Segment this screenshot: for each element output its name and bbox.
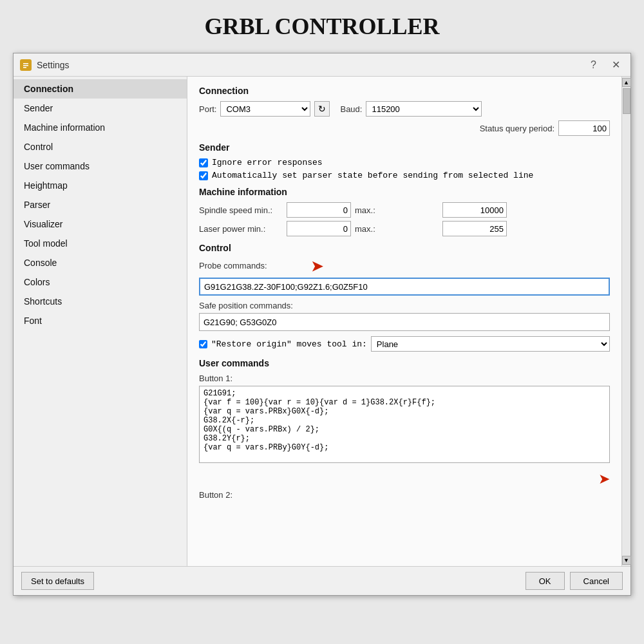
settings-window: Settings ? ✕ Connection Sender Machine i…: [13, 53, 631, 596]
svg-rect-2: [23, 65, 28, 66]
titlebar: Settings ? ✕: [14, 53, 630, 77]
cancel-button[interactable]: Cancel: [570, 572, 623, 590]
laser-power-row: Laser power min.: max.:: [199, 221, 610, 236]
button2-label: Button 2:: [199, 490, 610, 500]
restore-origin-select[interactable]: Plane: [371, 336, 610, 352]
sidebar-item-sender[interactable]: Sender: [14, 99, 187, 118]
parser-state-label: Automatically set parser state before se…: [212, 171, 533, 180]
app-title: GRBL CONTROLLER: [204, 13, 439, 40]
sidebar-item-console[interactable]: Console: [14, 253, 187, 272]
sidebar-item-visualizer[interactable]: Visualizer: [14, 214, 187, 234]
scroll-thumb[interactable]: [623, 88, 630, 114]
sidebar-item-colors[interactable]: Colors: [14, 272, 187, 292]
refresh-button[interactable]: ↻: [314, 101, 330, 117]
laser-max-label: max.:: [355, 224, 439, 234]
set-defaults-button[interactable]: Set to defaults: [21, 572, 94, 590]
arrow-button2: ➤: [598, 471, 610, 488]
sidebar-item-control[interactable]: Control: [14, 137, 187, 156]
sidebar-item-tool-model[interactable]: Tool model: [14, 234, 187, 253]
close-button[interactable]: ✕: [608, 57, 624, 72]
sidebar-item-connection[interactable]: Connection: [14, 79, 187, 99]
button1-textarea[interactable]: G21G91; {var f = 100}{var r = 10}{var d …: [199, 386, 610, 463]
sidebar-item-heightmap[interactable]: Heightmap: [14, 176, 187, 195]
ignore-error-row: Ignore error responses: [199, 158, 610, 167]
restore-origin-row: "Restore origin" moves tool in: Plane: [199, 336, 610, 352]
laser-min-input[interactable]: [287, 221, 351, 236]
button1-label: Button 1:: [199, 374, 610, 383]
main-content: Connection Port: COM3 ↻ Baud: 115200 Sta…: [187, 77, 621, 566]
probe-label: Probe commands:: [199, 261, 267, 270]
sidebar: Connection Sender Machine information Co…: [14, 77, 187, 566]
status-query-row: Status query period:: [199, 120, 610, 136]
control-section-title: Control: [199, 243, 610, 253]
action-buttons: OK Cancel: [526, 572, 623, 590]
laser-max-input[interactable]: [442, 221, 507, 236]
ok-button[interactable]: OK: [526, 572, 565, 590]
ignore-error-label: Ignore error responses: [212, 158, 323, 167]
window-controls: ? ✕: [587, 57, 624, 72]
restore-origin-label: "Restore origin" moves tool in:: [211, 339, 367, 349]
sidebar-item-parser[interactable]: Parser: [14, 195, 187, 214]
svg-rect-3: [23, 67, 26, 68]
arrow-button2-row: ➤: [199, 471, 610, 488]
safe-position-input[interactable]: [199, 313, 610, 331]
spindle-max-label: max.:: [355, 205, 439, 215]
status-query-label: Status query period:: [480, 124, 554, 133]
button1-textarea-container: G21G91; {var f = 100}{var r = 10}{var d …: [199, 386, 610, 466]
spindle-min-label: Spindle speed min.:: [199, 205, 283, 215]
help-button[interactable]: ?: [587, 58, 600, 72]
port-label: Port:: [199, 104, 216, 114]
connection-section-title: Connection: [199, 86, 610, 96]
scrollbar[interactable]: ▲ ▼: [621, 77, 630, 566]
arrow-probe: ➤: [311, 258, 323, 275]
spindle-max-input[interactable]: [442, 202, 507, 218]
parser-state-row: Automatically set parser state before se…: [199, 171, 610, 180]
machine-info-section-title: Machine information: [199, 187, 610, 197]
baud-select[interactable]: 115200: [366, 101, 482, 117]
restore-origin-checkbox[interactable]: [199, 340, 207, 348]
title-left: Settings: [20, 59, 70, 71]
svg-rect-1: [23, 63, 28, 64]
sidebar-item-font[interactable]: Font: [14, 311, 187, 330]
laser-min-label: Laser power min.:: [199, 224, 283, 234]
safe-position-label: Safe position commands:: [199, 301, 610, 310]
parser-state-checkbox[interactable]: [199, 171, 208, 180]
status-query-input[interactable]: [558, 120, 610, 136]
sidebar-item-machine-information[interactable]: Machine information: [14, 118, 187, 137]
spindle-speed-row: Spindle speed min.: max.:: [199, 202, 610, 218]
scroll-up-arrow[interactable]: ▲: [622, 78, 631, 87]
probe-commands-input[interactable]: [199, 278, 610, 296]
port-row: Port: COM3 ↻ Baud: 115200: [199, 101, 610, 117]
user-commands-section-title: User commands: [199, 358, 610, 368]
ignore-error-checkbox[interactable]: [199, 158, 208, 167]
window-icon: [20, 59, 32, 71]
probe-label-row: Probe commands: ➤: [199, 258, 610, 275]
window-title: Settings: [37, 60, 70, 70]
baud-label: Baud:: [340, 104, 362, 114]
sidebar-item-shortcuts[interactable]: Shortcuts: [14, 292, 187, 311]
port-select[interactable]: COM3: [220, 101, 310, 117]
sender-section-title: Sender: [199, 142, 610, 153]
window-body: Connection Sender Machine information Co…: [14, 77, 630, 566]
spindle-min-input[interactable]: [287, 202, 351, 218]
bottom-bar: Set to defaults OK Cancel: [14, 566, 630, 595]
sidebar-item-user-commands[interactable]: User commands: [14, 156, 187, 176]
scroll-down-arrow[interactable]: ▼: [622, 556, 631, 565]
